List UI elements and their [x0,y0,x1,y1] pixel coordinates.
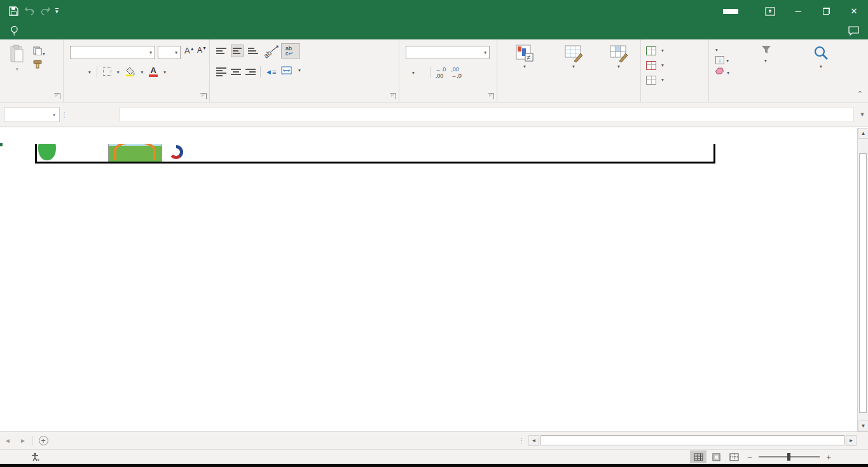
fill-color-icon[interactable] [125,67,135,78]
vertical-scrollbar[interactable]: ▲ ▼ [857,128,868,431]
name-box[interactable]: ▾ [4,107,60,122]
format-painter-icon[interactable] [33,60,45,70]
insert-cells-button[interactable]: ▾ [646,44,664,57]
align-top-icon[interactable] [216,46,226,55]
new-sheet-button[interactable]: + [34,432,53,449]
decrease-indent-icon[interactable]: ◄≡ [265,68,276,76]
bottom-strip [0,464,868,467]
format-as-table-button[interactable]: ▾ [549,45,598,71]
clear-icon[interactable]: ▾ [715,67,729,76]
orientation-icon[interactable]: ab⟶ [262,42,281,60]
number-format-select[interactable]: ▾ [406,46,490,59]
page-layout-view-icon[interactable] [708,450,724,463]
group-clipboard: ▾ ▾ [0,39,64,102]
sign-in-button[interactable] [723,9,738,14]
scrollbar-splitter[interactable]: ⋮ [518,437,525,444]
font-dialog-launcher[interactable] [200,93,207,99]
decrease-decimal-icon[interactable]: ,00→,0 [451,66,462,79]
status-bar: − + [0,449,868,464]
scroll-up-icon[interactable]: ▲ [858,128,868,139]
paste-button[interactable]: ▾ [5,45,29,73]
ribbon: ▾ ▾ ▾ ▾ A▲ A▼ [0,39,868,102]
vertical-scroll-thumb[interactable] [859,153,867,413]
currency-dropdown[interactable]: ▾ [412,70,415,76]
restore-button[interactable] [812,0,840,22]
header-banner [35,144,715,164]
autosum-icon[interactable]: ▾ [715,43,729,53]
formula-bar: ▾ ⋮ ▼ [0,102,868,127]
clipboard-dialog-launcher[interactable] [54,93,60,99]
font-name-select[interactable]: ▾ [70,46,155,59]
group-number: ▾ ▾ ←.0,00 ,00→,0 [399,39,497,102]
zoom-out-icon[interactable]: − [743,452,756,462]
decrease-font-icon[interactable]: A▼ [197,46,207,55]
wrap-text-button[interactable]: abc↵ [281,43,300,59]
number-dialog-launcher[interactable] [488,93,494,99]
format-cells-button[interactable]: ▾ [646,73,664,87]
formula-input[interactable] [120,107,854,122]
fill-color-dropdown[interactable]: ▾ [141,69,144,75]
quick-access-toolbar: ▾ ▾ ▾ [0,6,102,16]
align-bottom-icon[interactable] [248,46,258,55]
sheet-nav-left-icon[interactable]: ◄ [0,432,15,449]
collapse-ribbon-icon[interactable]: ⌃ [857,90,863,98]
font-color-icon[interactable]: A [149,67,158,77]
close-button[interactable]: ✕ [840,0,868,22]
font-size-select[interactable]: ▾ [158,46,181,59]
font-color-dropdown[interactable]: ▾ [163,69,166,75]
redo-icon[interactable]: ▾ [40,7,49,15]
alignment-dialog-launcher[interactable] [390,93,396,99]
fill-icon[interactable]: ↓ ▾ [715,56,729,64]
accessibility-icon [31,452,40,461]
borders-icon[interactable] [103,67,111,77]
sheet-nav-right-icon[interactable]: ► [15,432,31,449]
santo-domingo-logo [38,144,58,160]
save-icon[interactable] [9,6,18,16]
feedback-comment-icon[interactable] [848,22,859,39]
borders-dropdown[interactable]: ▾ [117,69,120,75]
merge-icon [281,66,292,74]
align-left-icon[interactable] [216,66,226,78]
sort-filter-icon [760,45,771,55]
group-alignment: ab⟶ ▾ abc↵ ◄≡ ►≡ ▾ [210,39,399,102]
ribbon-display-options-icon[interactable] [756,0,784,22]
horizontal-scrollbar[interactable]: ⋮ ◄ ► [518,434,857,447]
zoom-slider[interactable] [759,456,820,457]
cell-styles-button[interactable]: ▾ [599,45,638,71]
align-middle-icon[interactable] [231,45,244,57]
copy-icon[interactable]: ▾ [33,46,45,57]
bridge-icon [114,144,156,160]
scroll-down-icon[interactable]: ▼ [858,421,868,431]
delete-cells-icon [646,61,656,70]
expand-formula-bar-icon[interactable]: ▼ [857,111,868,118]
tell-me-search[interactable] [0,22,23,39]
scroll-left-icon[interactable]: ◄ [528,435,539,446]
group-font: ▾ ▾ A▲ A▼ ▾ ▾ ▾ A ▾ [64,39,210,102]
undo-icon[interactable]: ▾ [25,7,34,15]
merge-center-button[interactable]: ▾ [281,66,301,74]
find-select-button[interactable]: ▾ [794,45,848,71]
increase-font-icon[interactable]: A▲ [184,46,195,55]
increase-decimal-icon[interactable]: ←.0,00 [436,66,446,79]
underline-dropdown[interactable]: ▾ [88,69,91,75]
zoom-slider-thumb[interactable] [787,453,790,461]
active-cell-outline [0,144,3,146]
zoom-in-icon[interactable]: + [822,452,835,462]
customize-qat-icon[interactable]: ▾ [55,8,59,15]
align-center-icon[interactable] [231,67,241,76]
scroll-right-icon[interactable]: ► [846,435,857,446]
minimize-button[interactable]: ─ [784,0,812,22]
horizontal-scroll-thumb[interactable] [541,435,844,445]
normal-view-icon[interactable] [690,450,706,463]
align-right-icon[interactable] [245,67,256,76]
ribbon-tab-row [0,22,868,39]
delete-cells-button[interactable]: ▾ [646,59,664,72]
conagopare-swoosh-icon [169,145,183,159]
group-styles: ≠ ▾ ▾ ▾ [497,39,641,102]
page-break-view-icon[interactable] [726,450,742,463]
lightbulb-icon [10,25,18,36]
accessibility-checker[interactable] [31,452,43,461]
sort-filter-button[interactable]: ▾ [740,45,792,65]
group-editing: ▾ ↓ ▾ ▾ ▾ ▾ [709,39,852,102]
conditional-formatting-button[interactable]: ≠ ▾ [501,45,548,71]
